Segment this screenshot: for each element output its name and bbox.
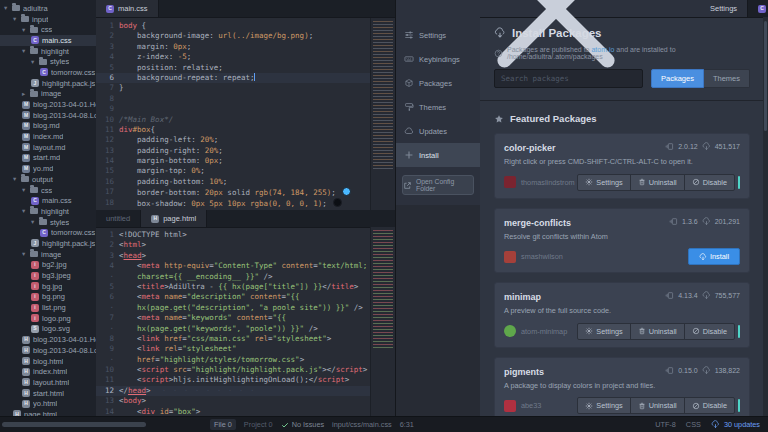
updates-button[interactable]: 30 updates — [711, 420, 760, 429]
lint-status[interactable]: No Issues — [281, 420, 324, 429]
package-name[interactable]: minimap — [504, 292, 541, 302]
code-line[interactable]: 12 padding-left: 20%; — [96, 135, 371, 145]
editor-tab-untitled[interactable]: untitled — [96, 210, 141, 227]
code-line[interactable]: 2<html> — [96, 240, 371, 250]
code-line[interactable]: 6 <meta name="description" content="{{ — [96, 292, 371, 302]
scrollbar-thumb[interactable] — [764, 21, 767, 131]
settings-nav-settings[interactable]: Settings — [396, 23, 480, 47]
tree-item-tomorrow-css[interactable]: Ctomorrow.css — [0, 227, 96, 238]
code-line[interactable]: 10/*Main Box*/ — [96, 115, 371, 125]
tree-folder-input[interactable]: ▾input — [0, 14, 96, 25]
code-line[interactable]: 9 <link rel="stylesheet" — [96, 344, 371, 354]
code-line[interactable]: 2 background-image: url(../image/bg.png)… — [96, 31, 371, 41]
minimap[interactable] — [370, 18, 395, 211]
package-uninstall-button[interactable]: Uninstall — [630, 323, 685, 340]
tree-item-blog-2013-04-08-lorem-i[interactable]: Mblog.2013-04-08.Lorem_i — [0, 110, 96, 121]
package-settings-button[interactable]: Settings — [577, 323, 630, 340]
tree-item-highlight-pack-js[interactable]: Jhighlight.pack.js — [0, 238, 96, 249]
tree-item-logo-svg[interactable]: Slogo.svg — [0, 324, 96, 335]
tree-item-highlight-pack-js[interactable]: Jhighlight.pack.js — [0, 78, 96, 89]
tree-item-blog-md[interactable]: Mblog.md — [0, 121, 96, 132]
html-editor[interactable]: 1<!DOCTYPE html>2<html>3<head>4 <meta ht… — [96, 227, 371, 417]
code-line[interactable]: 4 z-index: -5; — [96, 52, 371, 62]
code-line[interactable]: 3<head> — [96, 251, 371, 261]
tree-item-bg-png[interactable]: ibg.png — [0, 292, 96, 303]
package-uninstall-button[interactable]: Uninstall — [630, 397, 685, 414]
code-line[interactable]: 12</head> · · · · · · · · · — [96, 386, 371, 396]
tree-item-blog-2013-04-08-lorem-i[interactable]: Hblog.2013-04-08.Lorem_i — [0, 345, 96, 356]
package-install-button[interactable]: Install — [688, 248, 740, 265]
right-tab-styles-less[interactable]: Cstyles.less — [748, 0, 768, 17]
editor-tab-main-css[interactable]: Cmain.css — [96, 0, 159, 17]
package-name[interactable]: pigments — [504, 367, 544, 377]
tree-item-main-css[interactable]: Cmain.css — [0, 35, 96, 46]
code-line[interactable]: 5 position: relative; — [96, 63, 371, 73]
encoding-indicator[interactable]: UTF-8 — [655, 420, 676, 429]
settings-nav-keybindings[interactable]: Keybindings — [396, 47, 480, 71]
tree-item-logo-png[interactable]: ilogo.png — [0, 313, 96, 324]
tree-item-main-css[interactable]: Cmain.css — [0, 195, 96, 206]
code-line[interactable]: 17 border-bottom: 20px solid rgb(74, 184… — [96, 187, 371, 197]
package-author[interactable]: abe33 — [521, 401, 541, 410]
tree-folder-image[interactable]: ▾image — [0, 249, 96, 260]
themes-filter-button[interactable]: Themes — [704, 69, 750, 88]
tree-item-list-png[interactable]: ilist.png — [0, 302, 96, 313]
package-author[interactable]: thomaslindstrom — [521, 178, 575, 187]
settings-nav-themes[interactable]: Themes — [396, 95, 480, 119]
tree-folder-adiultra[interactable]: ▾adiultra — [0, 3, 96, 14]
code-line[interactable]: 16 padding-bottom: 10%; — [96, 177, 371, 187]
code-line[interactable]: 7} — [96, 83, 371, 93]
code-line[interactable]: 13 padding-right: 20%; — [96, 146, 371, 156]
code-line[interactable]: · href="highlight/styles/tomorrow.css"> — [96, 355, 371, 365]
tree-item-index-md[interactable]: Mindex.md — [0, 131, 96, 142]
tree-horizontal-scrollbar[interactable] — [2, 422, 146, 427]
code-line[interactable]: 11div#box{ — [96, 125, 371, 135]
grammar-indicator[interactable]: CSS — [686, 420, 701, 429]
tree-item-bg-jpg[interactable]: ibg.jpg — [0, 281, 96, 292]
cursor-position[interactable]: 6:31 — [400, 420, 414, 429]
tree-folder-highlight[interactable]: ▾highlight — [0, 46, 96, 57]
code-line[interactable]: 15 margin-top: 0%; — [96, 166, 371, 176]
package-author[interactable]: atom-minimap — [521, 327, 567, 336]
package-disable-button[interactable]: Disable — [684, 397, 735, 414]
code-line[interactable]: 14 margin-bottom: 0px; — [96, 156, 371, 166]
code-line[interactable]: 13<body> — [96, 396, 371, 406]
project-count-badge[interactable]: Project 0 — [244, 420, 273, 429]
package-disable-button[interactable]: Disable — [684, 323, 735, 340]
top-editor-pane[interactable]: 1body {2 background-image: url(../image/… — [96, 18, 395, 211]
open-config-folder-button[interactable]: Open Config Folder — [402, 175, 474, 195]
settings-nav-updates[interactable]: Updates — [396, 119, 480, 143]
atom-io-link[interactable]: atom.io — [591, 46, 614, 53]
tree-folder-css[interactable]: ▾css — [0, 185, 96, 196]
tree-item-blog-2013-04-01-holy-gr[interactable]: Mblog.2013-04-01.Holy_Gr — [0, 99, 96, 110]
tree-folder-output[interactable]: ▾output — [0, 174, 96, 185]
package-author[interactable]: smashwilson — [521, 252, 563, 261]
tree-item-start-md[interactable]: Mstart.md — [0, 153, 96, 164]
file-count-badge[interactable]: File 0 — [210, 419, 236, 430]
code-line[interactable]: · charset={{ __encoding__ }}" /> — [96, 272, 371, 282]
tree-folder-css[interactable]: ▾css — [0, 24, 96, 35]
package-name[interactable]: merge-conflicts — [504, 218, 571, 228]
package-uninstall-button[interactable]: Uninstall — [630, 174, 685, 191]
tree-folder-highlight[interactable]: ▾highlight — [0, 206, 96, 217]
code-line[interactable]: 8 <link href="css/main.css" rel="stylesh… — [96, 334, 371, 344]
tree-item-start-html[interactable]: Hstart.html — [0, 388, 96, 399]
code-line[interactable]: 10 <script src="highlight/highlight.pack… — [96, 365, 371, 375]
settings-nav-packages[interactable]: Packages — [396, 71, 480, 95]
minimap[interactable] — [370, 227, 395, 417]
code-line[interactable]: 1body { — [96, 21, 371, 31]
code-line[interactable]: 18 box-shadow: 0px 5px 10px rgba(0, 0, 0… — [96, 198, 371, 208]
tree-folder-styles[interactable]: ▾styles — [0, 56, 96, 67]
code-line[interactable]: 7 <meta name="keywords" content="{{ — [96, 313, 371, 323]
code-line[interactable]: 3 margin: 0px; — [96, 42, 371, 52]
settings-nav-install[interactable]: Install — [396, 143, 480, 167]
tree-item-yo-md[interactable]: Myo.md — [0, 163, 96, 174]
tree-item-layout-md[interactable]: Mlayout.md — [0, 142, 96, 153]
tree-item-tomorrow-css[interactable]: Ctomorrow.css — [0, 67, 96, 78]
package-name[interactable]: color-picker — [504, 143, 556, 153]
tree-view[interactable]: ▾adiultra▾input▾cssCmain.css▾highlight▾s… — [0, 0, 97, 417]
tree-item-index-html[interactable]: Hindex.html — [0, 366, 96, 377]
package-settings-button[interactable]: Settings — [577, 174, 630, 191]
tree-item-blog-html[interactable]: Hblog.html — [0, 356, 96, 367]
tree-folder-styles[interactable]: ▾styles — [0, 217, 96, 228]
